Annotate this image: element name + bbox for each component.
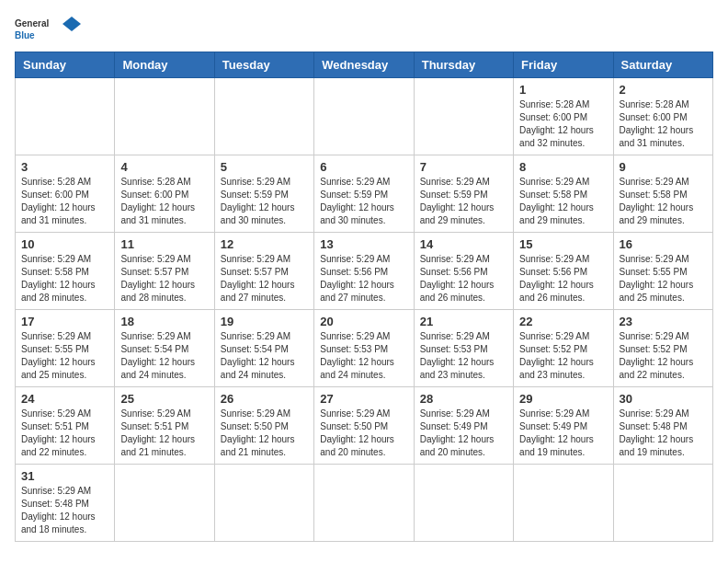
day-info: Sunrise: 5:29 AM Sunset: 5:49 PM Dayligh… bbox=[519, 408, 607, 459]
calendar-cell bbox=[115, 78, 214, 155]
day-info: Sunrise: 5:29 AM Sunset: 5:54 PM Dayligh… bbox=[221, 330, 308, 382]
week-row-6: 31Sunrise: 5:29 AM Sunset: 5:48 PM Dayli… bbox=[16, 465, 713, 542]
calendar-cell: 14Sunrise: 5:29 AM Sunset: 5:56 PM Dayli… bbox=[414, 233, 513, 310]
logo: General Blue bbox=[15, 15, 84, 42]
page-header: General Blue bbox=[15, 15, 713, 42]
day-info: Sunrise: 5:29 AM Sunset: 5:59 PM Dayligh… bbox=[420, 176, 507, 227]
calendar-cell: 25Sunrise: 5:29 AM Sunset: 5:51 PM Dayli… bbox=[115, 387, 214, 465]
calendar-cell bbox=[16, 78, 115, 155]
weekday-header-monday: Monday bbox=[115, 52, 214, 78]
day-number: 16 bbox=[620, 237, 707, 251]
day-number: 5 bbox=[221, 160, 308, 174]
weekday-header-friday: Friday bbox=[514, 52, 613, 78]
calendar-cell: 16Sunrise: 5:29 AM Sunset: 5:55 PM Dayli… bbox=[613, 233, 712, 310]
day-number: 10 bbox=[21, 237, 108, 251]
day-info: Sunrise: 5:29 AM Sunset: 5:48 PM Dayligh… bbox=[21, 485, 108, 536]
weekday-header-saturday: Saturday bbox=[613, 52, 712, 78]
day-number: 18 bbox=[120, 315, 208, 328]
svg-marker-2 bbox=[63, 17, 81, 31]
day-info: Sunrise: 5:29 AM Sunset: 5:59 PM Dayligh… bbox=[320, 176, 407, 227]
day-info: Sunrise: 5:29 AM Sunset: 5:52 PM Dayligh… bbox=[620, 330, 707, 382]
day-info: Sunrise: 5:29 AM Sunset: 5:49 PM Dayligh… bbox=[420, 408, 507, 459]
calendar-cell bbox=[514, 465, 613, 542]
weekday-header-sunday: Sunday bbox=[16, 52, 115, 78]
weekday-header-thursday: Thursday bbox=[414, 52, 513, 78]
calendar-cell bbox=[214, 465, 313, 542]
day-info: Sunrise: 5:29 AM Sunset: 5:58 PM Dayligh… bbox=[620, 176, 707, 227]
calendar-cell: 21Sunrise: 5:29 AM Sunset: 5:53 PM Dayli… bbox=[414, 310, 513, 387]
calendar-cell: 17Sunrise: 5:29 AM Sunset: 5:55 PM Dayli… bbox=[16, 310, 115, 387]
week-row-5: 24Sunrise: 5:29 AM Sunset: 5:51 PM Dayli… bbox=[16, 387, 713, 465]
calendar-cell bbox=[414, 465, 513, 542]
day-number: 22 bbox=[519, 315, 607, 328]
calendar-cell: 20Sunrise: 5:29 AM Sunset: 5:53 PM Dayli… bbox=[314, 310, 414, 387]
day-info: Sunrise: 5:29 AM Sunset: 5:58 PM Dayligh… bbox=[519, 176, 607, 227]
day-number: 17 bbox=[21, 315, 108, 328]
calendar-cell: 7Sunrise: 5:29 AM Sunset: 5:59 PM Daylig… bbox=[414, 155, 513, 233]
day-info: Sunrise: 5:29 AM Sunset: 5:56 PM Dayligh… bbox=[320, 253, 407, 304]
calendar-cell bbox=[414, 78, 513, 155]
calendar-cell: 2Sunrise: 5:28 AM Sunset: 6:00 PM Daylig… bbox=[613, 78, 712, 155]
calendar-cell: 3Sunrise: 5:28 AM Sunset: 6:00 PM Daylig… bbox=[16, 155, 115, 233]
day-info: Sunrise: 5:28 AM Sunset: 6:00 PM Dayligh… bbox=[620, 98, 707, 150]
calendar-cell: 26Sunrise: 5:29 AM Sunset: 5:50 PM Dayli… bbox=[214, 387, 313, 465]
calendar-cell: 8Sunrise: 5:29 AM Sunset: 5:58 PM Daylig… bbox=[514, 155, 613, 233]
day-info: Sunrise: 5:29 AM Sunset: 5:58 PM Dayligh… bbox=[21, 253, 108, 304]
week-row-2: 3Sunrise: 5:28 AM Sunset: 6:00 PM Daylig… bbox=[16, 155, 713, 233]
calendar-cell: 24Sunrise: 5:29 AM Sunset: 5:51 PM Dayli… bbox=[16, 387, 115, 465]
day-number: 26 bbox=[221, 392, 308, 406]
calendar-cell: 27Sunrise: 5:29 AM Sunset: 5:50 PM Dayli… bbox=[314, 387, 414, 465]
day-number: 21 bbox=[420, 315, 507, 328]
day-info: Sunrise: 5:29 AM Sunset: 5:51 PM Dayligh… bbox=[21, 408, 108, 459]
calendar-cell: 10Sunrise: 5:29 AM Sunset: 5:58 PM Dayli… bbox=[16, 233, 115, 310]
day-number: 12 bbox=[221, 237, 308, 251]
day-info: Sunrise: 5:29 AM Sunset: 5:59 PM Dayligh… bbox=[221, 176, 308, 227]
day-info: Sunrise: 5:29 AM Sunset: 5:48 PM Dayligh… bbox=[620, 408, 707, 459]
calendar-cell: 19Sunrise: 5:29 AM Sunset: 5:54 PM Dayli… bbox=[214, 310, 313, 387]
day-number: 29 bbox=[519, 392, 607, 406]
week-row-4: 17Sunrise: 5:29 AM Sunset: 5:55 PM Dayli… bbox=[16, 310, 713, 387]
calendar-cell: 31Sunrise: 5:29 AM Sunset: 5:48 PM Dayli… bbox=[16, 465, 115, 542]
day-info: Sunrise: 5:29 AM Sunset: 5:53 PM Dayligh… bbox=[320, 330, 407, 382]
day-number: 14 bbox=[420, 237, 507, 251]
calendar-cell: 22Sunrise: 5:29 AM Sunset: 5:52 PM Dayli… bbox=[514, 310, 613, 387]
day-number: 28 bbox=[420, 392, 507, 406]
week-row-3: 10Sunrise: 5:29 AM Sunset: 5:58 PM Dayli… bbox=[16, 233, 713, 310]
calendar-cell bbox=[314, 78, 414, 155]
calendar-cell: 6Sunrise: 5:29 AM Sunset: 5:59 PM Daylig… bbox=[314, 155, 414, 233]
day-number: 27 bbox=[320, 392, 407, 406]
calendar-cell bbox=[214, 78, 313, 155]
day-info: Sunrise: 5:29 AM Sunset: 5:53 PM Dayligh… bbox=[420, 330, 507, 382]
calendar-cell: 1Sunrise: 5:28 AM Sunset: 6:00 PM Daylig… bbox=[514, 78, 613, 155]
calendar-cell: 29Sunrise: 5:29 AM Sunset: 5:49 PM Dayli… bbox=[514, 387, 613, 465]
day-info: Sunrise: 5:29 AM Sunset: 5:57 PM Dayligh… bbox=[221, 253, 308, 304]
day-info: Sunrise: 5:29 AM Sunset: 5:57 PM Dayligh… bbox=[120, 253, 208, 304]
day-number: 7 bbox=[420, 160, 507, 174]
day-number: 20 bbox=[320, 315, 407, 328]
day-number: 23 bbox=[620, 315, 707, 328]
day-number: 15 bbox=[519, 237, 607, 251]
day-number: 2 bbox=[620, 83, 707, 97]
day-number: 3 bbox=[21, 160, 108, 174]
day-number: 4 bbox=[120, 160, 208, 174]
day-info: Sunrise: 5:28 AM Sunset: 6:00 PM Dayligh… bbox=[120, 176, 208, 227]
calendar-cell: 5Sunrise: 5:29 AM Sunset: 5:59 PM Daylig… bbox=[214, 155, 313, 233]
calendar-cell: 15Sunrise: 5:29 AM Sunset: 5:56 PM Dayli… bbox=[514, 233, 613, 310]
calendar-cell: 18Sunrise: 5:29 AM Sunset: 5:54 PM Dayli… bbox=[115, 310, 214, 387]
day-number: 9 bbox=[620, 160, 707, 174]
day-info: Sunrise: 5:29 AM Sunset: 5:56 PM Dayligh… bbox=[420, 253, 507, 304]
day-number: 6 bbox=[320, 160, 407, 174]
day-info: Sunrise: 5:29 AM Sunset: 5:51 PM Dayligh… bbox=[120, 408, 208, 459]
day-number: 25 bbox=[120, 392, 208, 406]
calendar-cell bbox=[115, 465, 214, 542]
weekday-header-row: SundayMondayTuesdayWednesdayThursdayFrid… bbox=[16, 52, 713, 78]
week-row-1: 1Sunrise: 5:28 AM Sunset: 6:00 PM Daylig… bbox=[16, 78, 713, 155]
day-info: Sunrise: 5:29 AM Sunset: 5:50 PM Dayligh… bbox=[221, 408, 308, 459]
day-info: Sunrise: 5:28 AM Sunset: 6:00 PM Dayligh… bbox=[21, 176, 108, 227]
calendar-cell: 28Sunrise: 5:29 AM Sunset: 5:49 PM Dayli… bbox=[414, 387, 513, 465]
calendar-cell bbox=[314, 465, 414, 542]
calendar-cell: 4Sunrise: 5:28 AM Sunset: 6:00 PM Daylig… bbox=[115, 155, 214, 233]
day-info: Sunrise: 5:29 AM Sunset: 5:55 PM Dayligh… bbox=[21, 330, 108, 382]
logo-icon: General Blue bbox=[15, 15, 84, 42]
svg-text:General: General bbox=[15, 18, 49, 29]
